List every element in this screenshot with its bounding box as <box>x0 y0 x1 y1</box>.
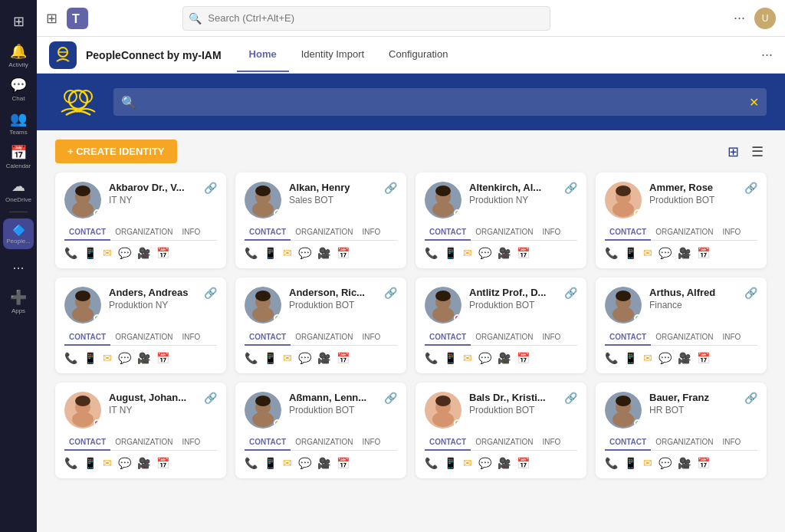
action-icon-5[interactable]: 📅 <box>156 352 169 364</box>
action-icon-0[interactable]: 📞 <box>605 247 618 259</box>
action-icon-1[interactable]: 📱 <box>624 352 637 364</box>
card-external-icon[interactable]: 🔗 <box>204 392 217 404</box>
action-icon-5[interactable]: 📅 <box>517 457 530 469</box>
card-tab-organization[interactable]: ORGANIZATION <box>110 330 177 346</box>
nav-configuration[interactable]: Configuration <box>376 38 460 72</box>
action-icon-0[interactable]: 📞 <box>245 457 258 469</box>
search-input[interactable] <box>182 6 550 31</box>
action-icon-5[interactable]: 📅 <box>697 457 710 469</box>
action-icon-4[interactable]: 🎥 <box>137 457 150 469</box>
card-external-icon[interactable]: 🔗 <box>564 287 577 299</box>
action-icon-2[interactable]: ✉ <box>643 247 652 259</box>
action-icon-3[interactable]: 💬 <box>478 457 491 469</box>
user-avatar[interactable]: U <box>754 8 776 29</box>
action-icon-2[interactable]: ✉ <box>463 247 472 259</box>
action-icon-0[interactable]: 📞 <box>605 352 618 364</box>
action-icon-2[interactable]: ✉ <box>463 352 472 364</box>
card-tab-info[interactable]: INFO <box>358 435 386 451</box>
card-tab-contact[interactable]: CONTACT <box>64 330 110 346</box>
action-icon-3[interactable]: 💬 <box>298 352 311 364</box>
action-icon-0[interactable]: 📞 <box>245 352 258 364</box>
action-icon-3[interactable]: 💬 <box>659 247 672 259</box>
action-icon-5[interactable]: 📅 <box>697 352 710 364</box>
action-icon-0[interactable]: 📞 <box>425 352 438 364</box>
action-icon-3[interactable]: 💬 <box>478 247 491 259</box>
card-tab-organization[interactable]: ORGANIZATION <box>110 225 177 241</box>
action-icon-0[interactable]: 📞 <box>425 457 438 469</box>
sidebar-item-teams[interactable]: 👥 Teams <box>3 107 34 138</box>
card-tab-organization[interactable]: ORGANIZATION <box>651 330 718 346</box>
action-icon-2[interactable]: ✉ <box>283 352 292 364</box>
card-tab-contact[interactable]: CONTACT <box>425 330 471 346</box>
action-icon-1[interactable]: 📱 <box>84 352 97 364</box>
sidebar-grid-icon[interactable]: ⊞ <box>3 6 34 37</box>
action-icon-4[interactable]: 🎥 <box>317 457 330 469</box>
card-external-icon[interactable]: 🔗 <box>384 392 397 404</box>
action-icon-0[interactable]: 📞 <box>64 247 77 259</box>
app-more-button[interactable]: ··· <box>761 47 773 62</box>
create-identity-button[interactable]: + CREATE IDENTITY <box>55 140 177 163</box>
action-icon-2[interactable]: ✉ <box>463 457 472 469</box>
top-bar-more-button[interactable]: ··· <box>731 7 748 29</box>
action-icon-1[interactable]: 📱 <box>84 457 97 469</box>
sidebar-item-chat[interactable]: 💬 Chat <box>3 74 34 104</box>
card-external-icon[interactable]: 🔗 <box>744 287 757 299</box>
action-icon-0[interactable]: 📞 <box>425 247 438 259</box>
card-tab-contact[interactable]: CONTACT <box>605 330 651 346</box>
action-icon-4[interactable]: 🎥 <box>317 247 330 259</box>
card-external-icon[interactable]: 🔗 <box>564 182 577 194</box>
action-icon-0[interactable]: 📞 <box>245 247 258 259</box>
action-icon-2[interactable]: ✉ <box>103 247 112 259</box>
action-icon-3[interactable]: 💬 <box>298 457 311 469</box>
action-icon-5[interactable]: 📅 <box>697 247 710 259</box>
grid-view-button[interactable]: ⊞ <box>724 140 742 163</box>
card-tab-contact[interactable]: CONTACT <box>245 330 291 346</box>
nav-identity-import[interactable]: Identity Import <box>289 38 376 72</box>
card-tab-contact[interactable]: CONTACT <box>605 225 651 241</box>
action-icon-4[interactable]: 🎥 <box>498 352 511 364</box>
card-tab-info[interactable]: INFO <box>178 225 205 241</box>
card-tab-contact[interactable]: CONTACT <box>64 225 110 241</box>
card-tab-info[interactable]: INFO <box>538 225 566 241</box>
card-tab-organization[interactable]: ORGANIZATION <box>651 225 718 241</box>
card-tab-info[interactable]: INFO <box>178 435 205 451</box>
sidebar-item-apps[interactable]: ➕ Apps <box>3 286 34 317</box>
action-icon-2[interactable]: ✉ <box>643 352 652 364</box>
action-icon-4[interactable]: 🎥 <box>498 457 511 469</box>
action-icon-2[interactable]: ✉ <box>283 457 292 469</box>
card-tab-organization[interactable]: ORGANIZATION <box>291 330 357 346</box>
action-icon-5[interactable]: 📅 <box>337 457 350 469</box>
action-icon-1[interactable]: 📱 <box>624 247 637 259</box>
action-icon-0[interactable]: 📞 <box>64 457 77 469</box>
action-icon-1[interactable]: 📱 <box>624 457 637 469</box>
banner-search-input[interactable] <box>113 88 767 116</box>
sidebar-item-activity[interactable]: 🔔 Activity <box>3 40 34 71</box>
action-icon-1[interactable]: 📱 <box>264 457 277 469</box>
card-tab-organization[interactable]: ORGANIZATION <box>291 225 357 241</box>
sidebar-item-peopleconnect[interactable]: 🔷 People... <box>3 218 34 249</box>
card-tab-contact[interactable]: CONTACT <box>245 435 291 451</box>
action-icon-0[interactable]: 📞 <box>605 457 618 469</box>
action-icon-2[interactable]: ✉ <box>103 457 112 469</box>
action-icon-1[interactable]: 📱 <box>264 247 277 259</box>
card-tab-contact[interactable]: CONTACT <box>245 225 291 241</box>
action-icon-3[interactable]: 💬 <box>659 352 672 364</box>
card-external-icon[interactable]: 🔗 <box>204 182 217 194</box>
action-icon-1[interactable]: 📱 <box>84 247 97 259</box>
card-tab-organization[interactable]: ORGANIZATION <box>291 435 357 451</box>
action-icon-2[interactable]: ✉ <box>283 247 292 259</box>
card-tab-contact[interactable]: CONTACT <box>425 225 471 241</box>
action-icon-4[interactable]: 🎥 <box>498 247 511 259</box>
card-tab-organization[interactable]: ORGANIZATION <box>110 435 177 451</box>
action-icon-4[interactable]: 🎥 <box>678 457 691 469</box>
top-bar-grid-icon[interactable]: ⊞ <box>46 10 57 27</box>
card-external-icon[interactable]: 🔗 <box>384 287 397 299</box>
action-icon-3[interactable]: 💬 <box>118 352 131 364</box>
action-icon-5[interactable]: 📅 <box>156 247 169 259</box>
card-tab-contact[interactable]: CONTACT <box>605 435 651 451</box>
action-icon-5[interactable]: 📅 <box>337 247 350 259</box>
action-icon-5[interactable]: 📅 <box>517 352 530 364</box>
card-tab-info[interactable]: INFO <box>358 225 386 241</box>
card-tab-info[interactable]: INFO <box>718 330 746 346</box>
action-icon-1[interactable]: 📱 <box>264 352 277 364</box>
